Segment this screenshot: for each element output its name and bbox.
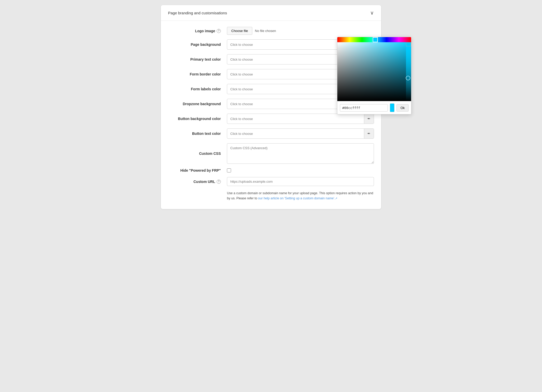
logo-file-input-wrap: Choose file No file chosen (227, 27, 374, 35)
card-body: Logo image ? Choose file No file chosen … (161, 21, 381, 209)
button-background-color-input[interactable]: ✒ (227, 114, 374, 124)
custom-css-label: Custom CSS (168, 151, 227, 156)
color-preview (390, 103, 394, 112)
collapse-icon[interactable]: ∨ (370, 10, 374, 16)
hex-input[interactable] (340, 104, 388, 112)
page-background-input-wrap: ✒ (227, 39, 374, 50)
color-picker-ok-button[interactable]: Ok (397, 104, 409, 112)
alpha-bar[interactable] (406, 42, 411, 101)
custom-url-help-icon[interactable]: ? (217, 180, 221, 184)
custom-url-wrap (227, 177, 374, 186)
primary-text-color-label: Primary text color (168, 57, 227, 61)
custom-css-wrap (227, 143, 374, 164)
button-text-color-input[interactable]: ✒ (227, 128, 374, 139)
help-article-link[interactable]: our help article on 'Setting up a custom… (258, 197, 338, 200)
eyedropper-icon: ✒ (367, 131, 371, 136)
button-background-color-label: Button background color (168, 117, 227, 121)
hide-powered-row: Hide "Powered by FRP" (168, 168, 374, 172)
custom-url-help-text: Use a custom domain or subdomain name fo… (168, 191, 374, 201)
button-background-color-eyedropper[interactable]: ✒ (364, 114, 374, 124)
dropzone-background-label: Dropzone background (168, 102, 227, 106)
logo-image-label: Logo image ? (168, 29, 227, 33)
button-background-color-row: Button background color ✒ (168, 114, 374, 124)
custom-css-row: Custom CSS (168, 143, 374, 164)
picker-bottom: Ok (337, 101, 411, 114)
form-labels-color-label: Form labels color (168, 87, 227, 91)
logo-help-icon[interactable]: ? (217, 29, 221, 33)
button-text-color-text-input[interactable] (227, 129, 364, 138)
color-picker-popup: Ok (337, 37, 411, 114)
eyedropper-icon: ✒ (367, 116, 371, 121)
hide-powered-wrap (227, 168, 374, 172)
hue-bar[interactable] (337, 37, 411, 42)
button-text-color-wrap: ✒ (227, 128, 374, 139)
external-link-icon: ↗ (335, 197, 337, 200)
custom-url-input[interactable] (227, 177, 374, 186)
button-text-color-eyedropper[interactable]: ✒ (364, 129, 374, 138)
button-text-color-row: Button text color ✒ (168, 128, 374, 139)
custom-css-textarea[interactable] (227, 143, 374, 164)
hue-thumb[interactable] (373, 37, 378, 42)
saturation-panel[interactable] (337, 42, 411, 101)
hide-powered-label: Hide "Powered by FRP" (168, 168, 227, 172)
hide-powered-checkbox[interactable] (227, 168, 231, 172)
card-header: Page branding and customisations ∨ (161, 5, 381, 21)
page-branding-card: Page branding and customisations ∨ Logo … (161, 5, 381, 209)
card-title: Page branding and customisations (168, 11, 227, 15)
form-border-color-label: Form border color (168, 72, 227, 76)
choose-file-button[interactable]: Choose file (227, 27, 252, 35)
no-file-text: No file chosen (255, 29, 276, 33)
custom-url-label: Custom URL ? (168, 180, 227, 184)
page-background-label: Page background (168, 42, 227, 47)
button-background-color-text-input[interactable] (227, 115, 364, 123)
alpha-thumb[interactable] (406, 43, 411, 46)
button-text-color-label: Button text color (168, 132, 227, 136)
button-background-color-wrap: ✒ (227, 114, 374, 124)
custom-url-row: Custom URL ? (168, 177, 374, 186)
logo-image-row: Logo image ? Choose file No file chosen (168, 27, 374, 35)
page-background-row: Page background ✒ (168, 39, 374, 50)
